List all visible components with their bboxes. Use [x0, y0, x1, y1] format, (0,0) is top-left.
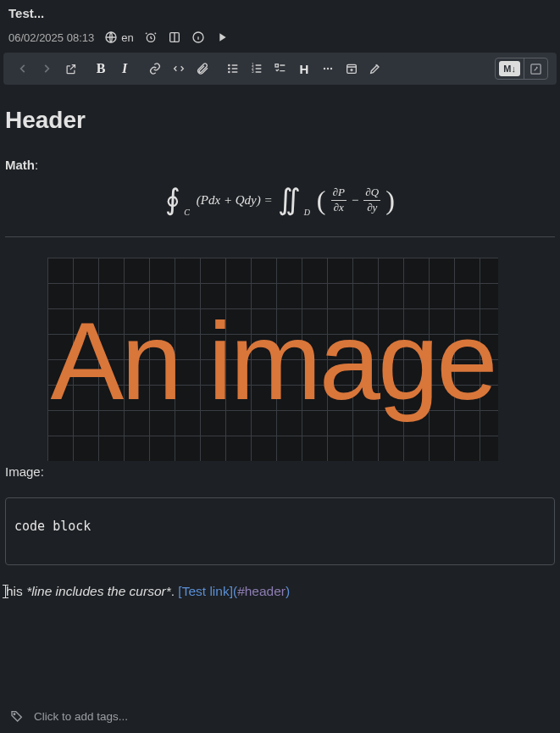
svg-point-11	[324, 68, 325, 69]
edit-mode-button[interactable]	[524, 58, 547, 79]
link-button[interactable]	[144, 58, 166, 80]
numbered-list-button[interactable]: 123	[246, 58, 268, 80]
globe-icon	[104, 31, 118, 44]
highlight-button[interactable]	[364, 58, 386, 80]
tags-bar[interactable]: Click to add tags...	[0, 704, 560, 728]
tags-placeholder[interactable]: Click to add tags...	[34, 710, 128, 723]
alarm-icon[interactable]	[144, 31, 158, 44]
more-button[interactable]	[317, 58, 339, 80]
paragraph-with-cursor[interactable]: his *line includes the cursor*. [Test li…	[5, 582, 555, 599]
image-content-text: An image	[50, 312, 495, 411]
external-link-button[interactable]	[59, 58, 81, 80]
svg-point-4	[229, 64, 230, 65]
svg-point-6	[229, 71, 230, 72]
svg-point-13	[330, 68, 332, 69]
svg-point-16	[14, 714, 15, 715]
horizontal-rule	[5, 236, 555, 237]
math-label[interactable]: Math:	[5, 158, 555, 172]
meta-bar: 06/02/2025 08:13 en	[0, 25, 560, 53]
svg-point-12	[327, 68, 329, 69]
heading-1[interactable]: Header	[5, 107, 555, 134]
insert-date-button[interactable]	[341, 58, 363, 80]
embedded-image[interactable]: An image	[47, 258, 498, 461]
markdown-mode-button[interactable]: M↓	[499, 61, 520, 76]
svg-rect-10	[275, 64, 278, 67]
editor-content[interactable]: Header Math: ∮C (Pdx + Qdy) = ∬D ( ∂P∂x …	[0, 88, 560, 599]
bold-button[interactable]: B	[90, 58, 112, 80]
svg-point-5	[229, 68, 230, 69]
text-cursor-icon	[5, 585, 6, 598]
language-selector[interactable]: en	[104, 31, 133, 44]
heading-button[interactable]: H	[293, 58, 315, 80]
editor-toolbar: B I 123 H M↓	[3, 53, 557, 85]
note-title[interactable]: Test...	[0, 0, 560, 25]
link-text[interactable]: Test link	[182, 584, 230, 598]
link-target: #header	[237, 584, 286, 598]
tag-icon	[10, 709, 24, 723]
attachment-button[interactable]	[191, 58, 213, 80]
nav-forward-button[interactable]	[36, 58, 58, 80]
language-code: en	[121, 31, 133, 44]
math-equation: ∮C (Pdx + Qdy) = ∬D ( ∂P∂x − ∂Q∂y )	[5, 182, 555, 230]
contour-integral-symbol: ∮	[165, 186, 180, 214]
checklist-button[interactable]	[269, 58, 291, 80]
image-caption[interactable]: Image:	[5, 464, 555, 479]
code-block[interactable]: code block	[5, 497, 555, 565]
nav-back-button[interactable]	[12, 58, 34, 80]
italic-button[interactable]: I	[114, 58, 136, 80]
svg-text:3: 3	[252, 69, 254, 74]
code-inline-button[interactable]	[168, 58, 190, 80]
note-datetime: 06/02/2025 08:13	[8, 31, 94, 44]
layout-icon[interactable]	[168, 31, 181, 44]
double-integral-symbol: ∬	[278, 186, 301, 214]
bullet-list-button[interactable]	[222, 58, 244, 80]
info-icon[interactable]	[191, 31, 205, 44]
play-icon[interactable]	[215, 31, 229, 44]
view-mode-switcher: M↓	[495, 58, 548, 80]
